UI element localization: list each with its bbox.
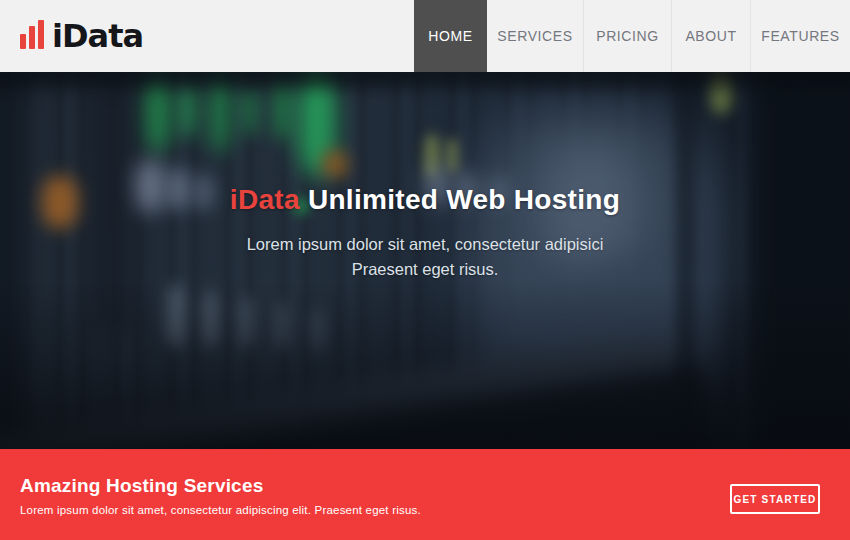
- hero-subtitle: Lorem ipsum dolor sit amet, consectetur …: [0, 232, 850, 282]
- cta-paragraph: Lorem ipsum dolor sit amet, consectetur …: [20, 504, 421, 516]
- site-header: iData HOME SERVICES PRICING ABOUT FEATUR…: [0, 0, 850, 72]
- nav-item-features[interactable]: FEATURES: [750, 0, 850, 72]
- nav-item-about[interactable]: ABOUT: [671, 0, 750, 72]
- cta-band: Amazing Hosting Services Lorem ipsum dol…: [0, 449, 850, 540]
- hero-title-highlight: iData: [230, 184, 300, 215]
- hero-title: iData Unlimited Web Hosting: [0, 184, 850, 216]
- hero-subtitle-line1: Lorem ipsum dolor sit amet, consectetur …: [0, 232, 850, 257]
- cta-text-block: Amazing Hosting Services Lorem ipsum dol…: [0, 449, 421, 516]
- get-started-button[interactable]: GET STARTED: [730, 484, 820, 514]
- nav-item-pricing[interactable]: PRICING: [583, 0, 671, 72]
- main-nav: HOME SERVICES PRICING ABOUT FEATURES: [414, 0, 850, 72]
- nav-item-home[interactable]: HOME: [414, 0, 487, 72]
- hero-subtitle-line2: Praesent eget risus.: [0, 257, 850, 282]
- hero-content: iData Unlimited Web Hosting Lorem ipsum …: [0, 72, 850, 282]
- bar-chart-icon: [20, 20, 44, 49]
- nav-item-services[interactable]: SERVICES: [487, 0, 583, 72]
- cta-heading: Amazing Hosting Services: [20, 475, 421, 497]
- brand-name: iData: [52, 20, 143, 52]
- hero-section: iData Unlimited Web Hosting Lorem ipsum …: [0, 72, 850, 449]
- hero-title-rest: Unlimited Web Hosting: [300, 184, 620, 215]
- brand-logo[interactable]: iData: [20, 0, 143, 72]
